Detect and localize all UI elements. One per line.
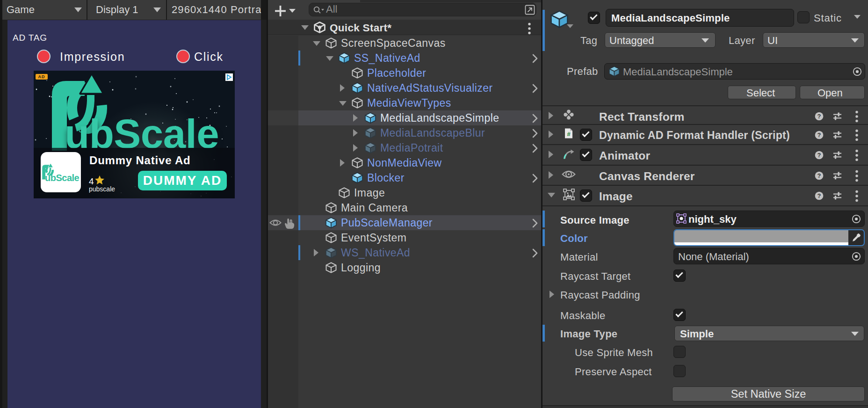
svg-text:?: ? xyxy=(817,152,821,159)
svg-text:#: # xyxy=(567,131,571,138)
svg-text:?: ? xyxy=(817,131,821,138)
svg-text:?: ? xyxy=(817,172,821,179)
svg-text:?: ? xyxy=(817,192,821,199)
svg-text:?: ? xyxy=(817,113,821,120)
